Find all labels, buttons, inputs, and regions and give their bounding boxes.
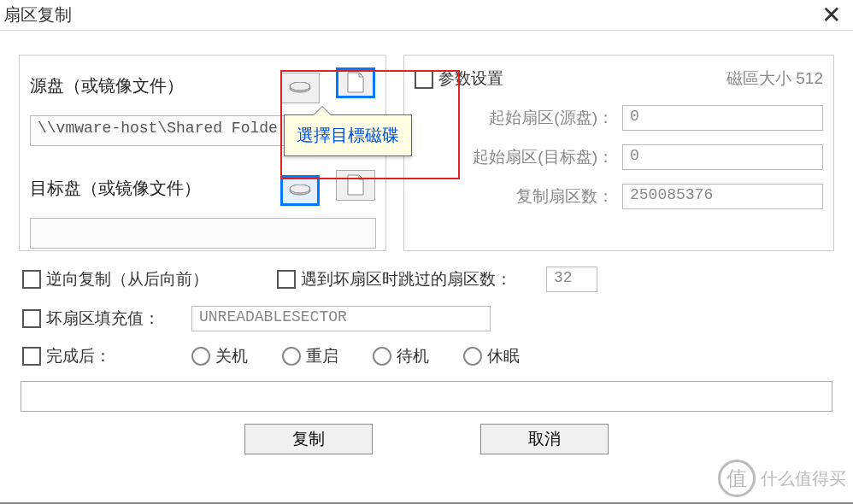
fill-checkbox[interactable] (22, 309, 41, 328)
titlebar: 扇区复制 ✕ (0, 0, 853, 31)
params-group: 参数设置 磁區大小 512 起始扇区(源盘)： 0 起始扇区(目标盘)： 0 复… (403, 55, 834, 251)
target-label: 目标盘（或镜像文件） (30, 177, 201, 200)
copy-button[interactable]: 复制 (244, 424, 373, 454)
window-title: 扇区复制 (3, 3, 72, 26)
source-label: 源盘（或镜像文件） (30, 74, 184, 97)
after-label: 完成后： (46, 345, 191, 367)
start-dst-input[interactable]: 0 (622, 144, 823, 170)
target-disk-button[interactable] (280, 175, 320, 206)
target-path-field[interactable] (30, 218, 376, 249)
options-area: 逆向复制（从后向前） 遇到坏扇区时跳过的扇区数： 32 坏扇区填充值： UNRE… (19, 251, 834, 367)
params-checkbox[interactable] (415, 70, 433, 89)
watermark-badge: 值 (718, 460, 756, 497)
watermark: 值 什么值得买 (718, 460, 846, 497)
start-dst-label: 起始扇区(目标盘)： (473, 146, 614, 168)
watermark-text: 什么值得买 (761, 467, 846, 490)
copy-count-input[interactable]: 250085376 (622, 184, 823, 209)
cancel-button[interactable]: 取消 (480, 424, 609, 454)
close-icon[interactable]: ✕ (816, 3, 846, 27)
sector-size-label: 磁區大小 512 (727, 67, 823, 90)
radio-hibernate-label: 休眠 (487, 345, 520, 367)
fill-label: 坏扇区填充值： (46, 308, 191, 330)
tooltip: 選擇目標磁碟 (284, 114, 412, 156)
radio-standby[interactable] (373, 347, 391, 366)
svg-point-3 (290, 185, 310, 193)
radio-restart-label: 重启 (306, 345, 338, 367)
reverse-label: 逆向复制（从后向前） (46, 268, 277, 290)
skip-bad-label: 遇到坏扇区时跳过的扇区数： (301, 268, 512, 290)
radio-standby-label: 待机 (397, 345, 429, 367)
button-row: 复制 取消 (19, 424, 834, 454)
svg-point-1 (290, 82, 310, 91)
start-src-label: 起始扇区(源盘)： (489, 107, 614, 129)
after-checkbox[interactable] (22, 347, 41, 366)
skip-bad-checkbox[interactable] (277, 270, 296, 289)
start-src-input[interactable]: 0 (622, 105, 823, 131)
fill-input[interactable]: UNREADABLESECTOR (191, 306, 491, 331)
radio-hibernate[interactable] (463, 347, 482, 366)
radio-shutdown-label: 关机 (215, 345, 248, 367)
source-file-button[interactable] (336, 67, 375, 98)
target-file-button[interactable] (336, 170, 375, 201)
dialog-content: 源盘（或镜像文件） \\vmware-host\Shared Folde 目标盘… (0, 31, 853, 463)
copy-count-label: 复制扇区数： (516, 185, 614, 208)
skip-bad-input[interactable]: 32 (546, 267, 597, 292)
radio-restart[interactable] (282, 347, 301, 366)
reverse-checkbox[interactable] (22, 270, 41, 289)
params-title: 参数设置 (438, 67, 503, 90)
radio-shutdown[interactable] (191, 347, 210, 366)
progress-bar (21, 381, 832, 412)
